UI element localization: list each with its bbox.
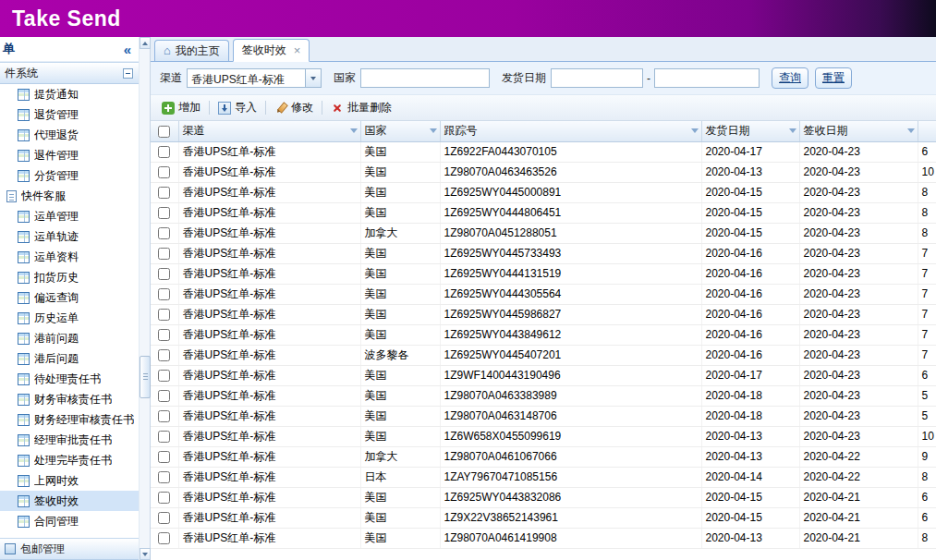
select-all-checkbox[interactable] [158,126,170,138]
column-ship-date[interactable]: 发货日期 [701,121,799,141]
sidebar-item[interactable]: 扣货历史 [0,267,139,287]
cell-tracking-number: 1Z6925WY0443832086 [440,487,701,507]
filter-arrow-icon[interactable] [907,128,915,133]
filter-arrow-icon[interactable] [350,128,358,133]
sidebar-item[interactable]: 港后问题 [0,348,139,369]
row-checkbox[interactable] [158,187,170,199]
sidebar-item[interactable]: 退件管理 [0,145,139,165]
tab[interactable]: 签收时效 [233,39,310,62]
scroll-up-button[interactable] [140,37,151,49]
sidebar-item[interactable]: 财务审核责任书 [0,389,139,409]
search-button[interactable]: 查询 [772,67,808,89]
sidebar-item[interactable]: 代理退货 [0,125,139,145]
table-row[interactable]: 香港UPS红单-标准美国1Z98070A04634635262020-04-13… [151,162,936,182]
sidebar-item[interactable]: 签收时效 [0,491,139,511]
table-row[interactable]: 香港UPS红单-标准美国1Z6925WY04459868272020-04-16… [151,304,936,324]
filter-arrow-icon[interactable] [430,128,437,133]
cell-sign-date: 2020-04-23 [799,202,918,223]
reset-button[interactable]: 重置 [815,67,852,89]
close-icon[interactable] [294,44,301,56]
table-row[interactable]: 香港UPS红单-标准美国1Z6925WY04438320862020-04-15… [151,487,936,507]
table-row[interactable]: 香港UPS红单-标准美国1Z6925WY04441315192020-04-16… [151,263,936,284]
scroll-down-button[interactable] [140,548,151,560]
document-icon [6,190,17,202]
toolbar-separator [265,101,266,115]
sidebar-item[interactable]: 处理完毕责任书 [0,450,139,470]
column-channel[interactable]: 渠道 [178,121,360,141]
sidebar-section-mail-system[interactable]: 件系统 [0,62,139,84]
sidebar-item[interactable]: 快件客服 [0,186,139,206]
sidebar-item[interactable]: 待处理责任书 [0,369,139,389]
row-checkbox[interactable] [158,370,170,382]
table-row[interactable]: 香港UPS红单-标准美国1Z6925WY04443055642020-04-16… [151,284,936,304]
sidebar-item[interactable]: 港前问题 [0,328,139,348]
sidebar-item[interactable]: 财务经理审核责任书 [0,409,139,430]
scrollbar-thumb[interactable] [140,356,151,398]
row-checkbox[interactable] [158,207,170,219]
edit-button[interactable]: 修改 [270,97,318,118]
table-row[interactable]: 香港UPS红单-标准美国1Z6W658X04550996192020-04-13… [151,426,936,446]
sidebar-item[interactable]: 分货管理 [0,165,139,186]
collapse-section-icon[interactable] [123,68,133,79]
table-row[interactable]: 香港UPS红单-标准日本1ZAY796704710851562020-04-14… [151,467,936,487]
sidebar-item[interactable]: 提货通知 [0,84,139,104]
table-row[interactable]: 香港UPS红单-标准美国1Z98070A04614199082020-04-13… [151,528,936,548]
collapse-sidebar-icon[interactable]: « [124,43,131,56]
sidebar-section-baoyou[interactable]: 包邮管理 [0,538,139,560]
table-row[interactable]: 香港UPS红单-标准美国1Z6925WY04450008912020-04-15… [151,182,936,202]
row-checkbox[interactable] [158,349,170,361]
ship-date-to-input[interactable] [654,68,760,88]
row-checkbox[interactable] [158,166,170,178]
sidebar-item[interactable]: 退货管理 [0,104,139,125]
table-row[interactable]: 香港UPS红单-标准美国1Z9WF14004431904962020-04-17… [151,365,936,385]
channel-select[interactable]: 香港UPS红单-标准 [187,68,322,88]
sidebar-item[interactable]: 运单资料 [0,247,139,267]
sidebar-item[interactable]: 运单轨迹 [0,226,139,247]
channel-select-arrow-button[interactable] [305,69,321,87]
import-button[interactable]: 导入 [213,97,261,118]
row-checkbox[interactable] [158,146,170,158]
sidebar-item[interactable]: 合同管理 [0,511,139,531]
row-checkbox[interactable] [158,471,170,483]
row-checkbox[interactable] [158,492,170,504]
table-row[interactable]: 香港UPS红单-标准美国1Z6922FA04430701052020-04-17… [151,141,936,162]
table-row[interactable]: 香港UPS红单-标准加拿大1Z98070A04610670662020-04-1… [151,446,936,467]
table-row[interactable]: 香港UPS红单-标准美国1Z98070A04633839892020-04-18… [151,385,936,406]
row-checkbox[interactable] [158,512,170,524]
add-button[interactable]: 增加 [157,97,205,118]
sidebar-item[interactable]: 上网时效 [0,470,139,491]
sidebar-item[interactable]: 偏远查询 [0,287,139,308]
column-country[interactable]: 国家 [360,121,440,141]
filter-arrow-icon[interactable] [691,128,699,133]
column-sign-date[interactable]: 签收日期 [799,121,918,141]
row-checkbox[interactable] [158,309,170,321]
row-checkbox[interactable] [158,451,170,463]
table-row[interactable]: 香港UPS红单-标准美国1Z6925WY04448064512020-04-15… [151,202,936,223]
row-checkbox[interactable] [158,431,170,443]
column-tracking-number[interactable]: 跟踪号 [440,121,701,141]
sidebar-item[interactable]: 经理审批责任书 [0,430,139,450]
row-checkbox[interactable] [158,532,170,544]
table-row[interactable]: 香港UPS红单-标准波多黎各1Z6925WY04454072012020-04-… [151,345,936,365]
table-row[interactable]: 香港UPS红单-标准美国1Z6925WY04457334932020-04-16… [151,243,936,263]
ship-date-from-input[interactable] [551,68,643,88]
table-row[interactable]: 香港UPS红单-标准美国1Z6925WY04438496122020-04-16… [151,324,936,345]
tab[interactable]: 我的主页 [154,40,229,61]
country-input[interactable] [360,68,490,88]
row-checkbox[interactable] [158,268,170,280]
row-checkbox[interactable] [158,410,170,422]
filter-arrow-icon[interactable] [789,128,796,133]
table-row[interactable]: 香港UPS红单-标准加拿大1Z98070A04512880512020-04-1… [151,223,936,243]
row-checkbox[interactable] [158,329,170,341]
row-checkbox[interactable] [158,390,170,402]
sidebar-scrollbar[interactable] [139,37,151,560]
row-checkbox[interactable] [158,227,170,239]
sidebar-item[interactable]: 历史运单 [0,308,139,328]
table-row[interactable]: 香港UPS红单-标准美国1Z9X22V386521439612020-04-15… [151,507,936,528]
cell-country: 美国 [360,426,440,446]
row-checkbox[interactable] [158,248,170,260]
sidebar-item[interactable]: 运单管理 [0,206,139,226]
row-checkbox[interactable] [158,288,170,300]
batch-delete-button[interactable]: 批量删除 [326,97,396,118]
table-row[interactable]: 香港UPS红单-标准美国1Z98070A04631487062020-04-18… [151,406,936,426]
